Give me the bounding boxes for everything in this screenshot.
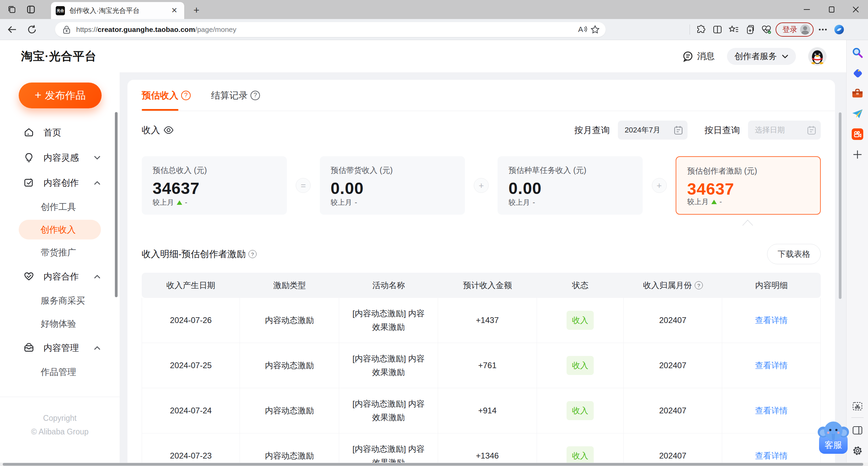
view-details-link[interactable]: 查看详情 [755,449,788,463]
cell-date: 2024-07-24 [142,388,240,433]
help-icon[interactable]: ? [248,250,257,258]
sidebar-item-creation-income[interactable]: 创作收入 [19,220,101,239]
month-picker-input[interactable] [618,121,688,140]
card-total-income[interactable]: 预估总收入 (元) 34637 较上月- [142,156,287,215]
sidebar-item-management[interactable]: 内容管理 [0,335,120,360]
user-avatar[interactable] [808,47,827,66]
shopping-icon[interactable] [850,65,865,81]
day-picker-input[interactable] [748,121,821,140]
rail-divider [851,417,864,418]
card-seeding-task-income[interactable]: 预估种草任务收入 (元) 0.00 较上月- [498,156,643,215]
sidebar-item-product-trial[interactable]: 好物体验 [0,312,120,335]
sidebar-item-home[interactable]: 首页 [0,120,120,145]
sidebar-item-label: 内容合作 [44,271,79,283]
screenshot-icon[interactable] [850,398,865,414]
close-window-button[interactable] [844,0,868,19]
cell-detail: 查看详情 [722,388,821,433]
plus-icon: + [652,178,667,193]
more-menu-icon[interactable] [816,22,830,37]
tab-estimated-income[interactable]: 预估收入 ? [142,80,191,111]
settings-gear-icon[interactable] [850,443,865,459]
table-body: 2024-07-26 内容动态激励 [内容动态激励] 内容效果激励 +1437 … [142,298,821,466]
tab-title: 创作收入·淘宝光合平台 [69,6,166,15]
new-tab-button[interactable]: + [190,3,203,17]
browser-toolbar: https://creator.guanghe.taobao.com/page/… [0,19,868,40]
help-icon[interactable]: ? [250,91,260,100]
income-cards: 预估总收入 (元) 34637 较上月- = 预估带货收入 (元) 0.00 较… [142,156,821,215]
login-button[interactable]: 登录 [776,22,814,37]
col-header-date: 收入产生日期 [142,280,240,291]
cell-month: 202407 [624,343,722,388]
table-header-row: 收入产生日期 激励类型 活动名称 预计收入金额 状态 收入归属月份? 内容明细 [142,273,821,298]
sidebar-item-promotion[interactable]: 带货推广 [0,241,120,264]
cell-date: 2024-07-23 [142,433,240,466]
edit-icon [24,178,34,188]
favorite-star-icon[interactable] [589,23,602,36]
sidebar-item-creation[interactable]: 内容创作 [0,170,120,195]
income-query-row: 收入 按月查询 按日查询 [142,120,821,140]
view-details-link[interactable]: 查看详情 [755,313,788,327]
messages-button[interactable]: 消息 [682,50,715,62]
cell-activity-name: [内容动态激励] 内容效果激励 [339,298,438,343]
page-scrollbar[interactable] [839,112,841,299]
extensions-icon[interactable] [694,22,708,37]
cell-activity-name: [内容动态激励] 内容效果激励 [339,433,438,466]
send-plane-icon[interactable] [850,106,865,122]
help-icon[interactable]: ? [181,91,191,100]
horizontal-scrollbar[interactable] [0,463,868,466]
refresh-icon[interactable] [24,22,39,37]
cell-incentive-type: 内容动态激励 [240,343,339,388]
favorites-list-icon[interactable] [727,22,741,37]
day-query-label: 按日查询 [705,124,740,136]
minimize-button[interactable] [795,0,819,19]
read-aloud-icon[interactable]: A [576,23,589,36]
creator-service-menu[interactable]: 创作者服务 [727,48,796,65]
col-header-type: 激励类型 [240,280,339,291]
kuaishou-icon[interactable] [850,126,865,142]
sidebar-toggle-icon[interactable] [850,423,865,438]
sidebar-item-service-purchase[interactable]: 服务商采买 [0,289,120,312]
address-bar[interactable]: https://creator.guanghe.taobao.com/page/… [55,22,606,37]
card-sales-income[interactable]: 预估带货收入 (元) 0.00 较上月- [320,156,465,215]
heart-hands-icon [24,272,34,281]
selected-card-caret [742,219,753,231]
elephant-mascot-icon [817,420,850,441]
copilot-icon[interactable] [832,22,846,37]
tab-actions-icon[interactable] [24,2,38,17]
sidebar-scrollbar[interactable] [115,112,118,297]
col-header-detail: 内容明细 [722,280,821,291]
sidebar-item-inspiration[interactable]: 内容灵感 [0,145,120,170]
sidebar-item-creation-tools[interactable]: 创作工具 [0,195,120,218]
browser-essentials-icon[interactable] [759,22,774,37]
sidebar-item-works-management[interactable]: 作品管理 [0,360,120,383]
tab-settlement-records[interactable]: 结算记录 ? [211,80,260,111]
tab-close-icon[interactable]: ✕ [169,5,179,16]
toolbar-icons: 登录 [688,22,846,37]
maximize-button[interactable] [819,0,844,19]
view-details-link[interactable]: 查看详情 [755,404,788,417]
sidebar-item-cooperation[interactable]: 内容合作 [0,264,120,289]
workspaces-icon[interactable] [5,2,19,17]
eye-icon[interactable] [163,126,174,134]
horizontal-scrollbar-thumb[interactable] [3,463,863,466]
browser-tab[interactable]: 光合 创作收入·淘宝光合平台 ✕ [51,2,184,19]
cell-incentive-type: 内容动态激励 [240,298,339,343]
collections-icon[interactable] [743,22,757,37]
toolbox-icon[interactable] [850,86,865,101]
cell-status: 收入 [537,388,624,433]
cell-activity-name: [内容动态激励] 内容效果激励 [339,343,438,388]
card-creator-incentive[interactable]: 预估创作者激励 (元) 34637 较上月- [676,156,821,215]
publish-work-button[interactable]: + 发布作品 [19,83,102,108]
download-table-button[interactable]: 下载表格 [767,244,821,264]
search-icon[interactable] [850,45,865,60]
help-icon[interactable]: ? [695,281,703,289]
customer-support-button[interactable]: 客服 [817,420,850,454]
messages-label: 消息 [697,50,715,62]
back-icon[interactable] [5,22,20,37]
trend-up-icon [177,200,182,205]
cell-detail: 查看详情 [722,433,821,466]
split-screen-icon[interactable] [710,22,725,37]
view-details-link[interactable]: 查看详情 [755,359,788,372]
add-sidebar-app-icon[interactable] [850,147,865,162]
site-logo[interactable]: 淘宝·光合平台 [21,49,97,64]
